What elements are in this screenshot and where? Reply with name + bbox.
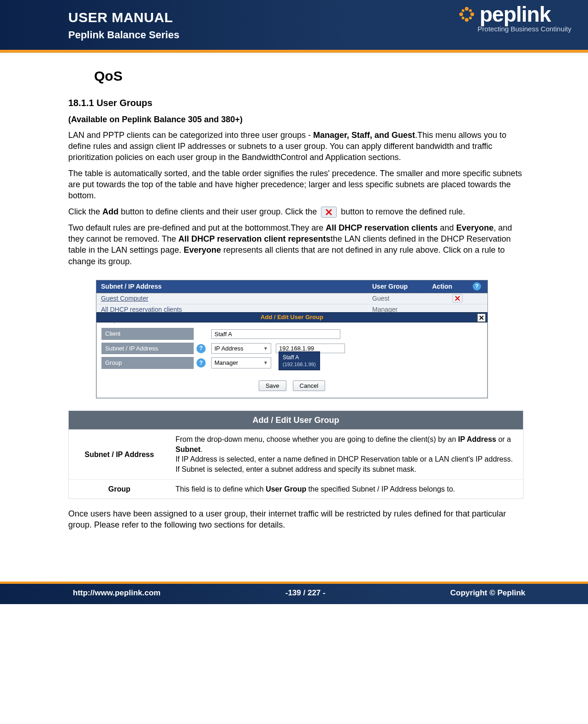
save-button[interactable]: Save	[259, 380, 286, 391]
client-input[interactable]	[211, 329, 340, 339]
svg-point-2	[465, 18, 469, 22]
brand-logo: peplink Protecting Business Continuity	[457, 2, 571, 33]
autocomplete-suggestion[interactable]: Staff A (192.168.1.99)	[279, 351, 320, 370]
doc-footer: http://www.peplink.com -139 / 227 - Copy…	[0, 582, 588, 604]
heading-qos: QoS	[94, 67, 523, 86]
row-group: Guest	[372, 294, 432, 303]
svg-point-0	[465, 7, 469, 11]
logo-word: peplink	[480, 2, 551, 26]
page-content: QoS 18.1.1 User Groups (Available on Pep…	[0, 53, 588, 563]
table-row: Group This field is to define which User…	[69, 479, 523, 499]
modal-titlebar: Add / Edit User Group	[96, 312, 487, 322]
modal-body: Client Subnet / IP Address ? IP Address▼	[96, 322, 487, 398]
delete-row-icon[interactable]	[452, 294, 463, 303]
label-client: Client	[101, 328, 194, 340]
footer-page: -139 / 227 -	[285, 588, 326, 598]
availability-note: (Available on Peplink Balance 305 and 38…	[68, 114, 523, 125]
close-icon[interactable]	[477, 314, 486, 322]
footer-copyright: Copyright © Peplink	[450, 588, 525, 598]
label-subnet: Subnet / IP Address	[101, 343, 194, 355]
modal-title: Add / Edit User Group	[261, 313, 323, 321]
chevron-down-icon: ▼	[263, 345, 268, 352]
desc-key: Subnet / IP Address	[69, 430, 170, 479]
desc-val: This field is to define which User Group…	[170, 479, 523, 499]
chevron-down-icon: ▼	[263, 360, 268, 366]
para-after-table: Once users have been assigned to a user …	[68, 508, 523, 531]
heading-section: 18.1.1 User Groups	[68, 97, 523, 109]
col-group: User Group	[372, 282, 432, 291]
svg-point-1	[470, 12, 474, 16]
desc-key: Group	[69, 479, 170, 499]
desc-table-title: Add / Edit User Group	[69, 410, 523, 429]
para-add-remove: Click the Add button to define clients a…	[68, 206, 523, 218]
para-intro: LAN and PPTP clients can be categorized …	[68, 130, 523, 163]
para-defaults: Two default rules are pre-defined and pu…	[68, 222, 523, 267]
svg-point-4	[469, 9, 472, 12]
para-sort: The table is automatically sorted, and t…	[68, 168, 523, 202]
svg-point-6	[462, 17, 464, 19]
doc-subtitle: Peplink Balance Series	[68, 29, 179, 42]
help-icon[interactable]: ?	[196, 358, 206, 368]
footer-url: http://www.peplink.com	[73, 588, 160, 598]
help-icon[interactable]: ?	[196, 344, 206, 353]
desc-val: From the drop-down menu, choose whether …	[170, 430, 523, 479]
table-row: Subnet / IP Address From the drop-down m…	[69, 430, 523, 479]
delete-icon	[321, 207, 337, 218]
col-action: Action ?	[432, 282, 483, 291]
label-group: Group	[101, 357, 194, 369]
row-name[interactable]: Guest Computer	[101, 294, 372, 303]
table-row[interactable]: Guest Computer Guest	[96, 293, 487, 304]
logo-dots-icon	[457, 5, 476, 24]
usergroup-table-screenshot: Subnet / IP Address User Group Action ? …	[96, 280, 488, 398]
svg-point-5	[469, 17, 472, 19]
col-subnet: Subnet / IP Address	[101, 282, 372, 291]
svg-point-3	[459, 12, 463, 16]
group-select[interactable]: Manager▼	[211, 357, 271, 368]
svg-point-7	[462, 9, 464, 12]
address-mode-select[interactable]: IP Address▼	[211, 343, 271, 354]
doc-header: USER MANUAL Peplink Balance Series pepli…	[0, 0, 588, 50]
field-description-table: Add / Edit User Group Subnet / IP Addres…	[68, 410, 523, 499]
doc-title: USER MANUAL	[68, 9, 179, 26]
cancel-button[interactable]: Cancel	[293, 380, 325, 391]
help-icon[interactable]: ?	[473, 282, 481, 291]
